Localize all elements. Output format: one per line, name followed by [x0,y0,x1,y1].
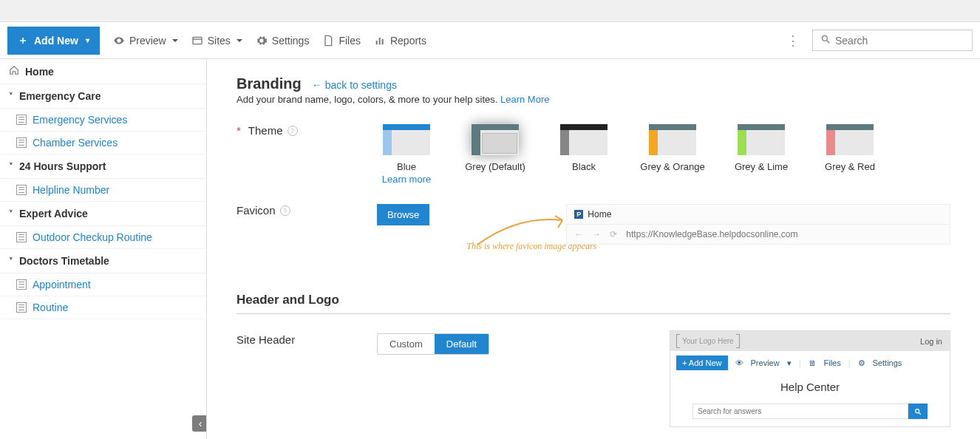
browse-button[interactable]: Browse [377,204,429,225]
sidebar-category-24-hours[interactable]: ˅ 24 Hours Support [0,154,206,179]
sidebar-item-outdoor-checkup[interactable]: Outdoor Checkup Routine [0,226,206,249]
sidebar: Home ˅ Emergency Care Emergency Services… [0,59,207,439]
theme-grey-red[interactable]: Grey & Red [820,124,879,185]
svg-rect-0 [193,37,202,44]
preview-label: Preview [129,35,166,47]
favicon-icon: P [574,210,583,219]
preview-settings-label: Settings [873,358,902,367]
chevron-down-icon: ˅ [9,92,13,101]
settings-menu[interactable]: Settings [256,35,310,47]
theme-black[interactable]: Black [554,124,613,185]
theme-grey-orange[interactable]: Grey & Orange [643,124,702,185]
reports-menu[interactable]: Reports [374,35,426,47]
svg-rect-2 [376,41,378,44]
page-icon [16,185,27,195]
url-text: https://KnowledgeBase.helpdocsonline.com [626,229,797,239]
files-menu[interactable]: Files [322,35,361,47]
sidebar-item-appointment[interactable]: Appointment [0,273,206,296]
favicon-demo: This is where favicon image appears P Ho… [459,204,950,263]
svg-point-7 [916,409,919,412]
svg-line-8 [919,412,921,415]
tab-label: Home [588,209,611,220]
category-label: Expert Advice [19,208,88,220]
seg-custom[interactable]: Custom [378,334,435,354]
sites-label: Sites [208,35,231,47]
add-new-label: Add New [34,35,78,47]
preview-logo-placeholder: Your Logo Here [678,336,738,347]
browser-mock: P Home ← → ⟳ https://KnowledgeBase.helpd… [566,204,950,245]
gear-icon [256,35,268,47]
item-label: Chamber Services [33,137,118,149]
sites-menu[interactable]: Sites [191,35,242,47]
seg-default[interactable]: Default [435,334,489,354]
chevron-down-icon: ˅ [9,256,13,266]
reload-icon: ⟳ [610,229,617,239]
required-icon: * [237,124,241,137]
back-to-settings-link[interactable]: ← back to settings [312,79,397,91]
search-box[interactable] [812,30,973,51]
sidebar-item-emergency-services[interactable]: Emergency Services [0,109,206,132]
theme-list: Blue Learn more Grey (Default) Black Gre… [377,124,879,185]
site-header-label: Site Header [237,333,347,346]
learn-more-link[interactable]: Learn More [500,94,549,105]
settings-label: Settings [272,35,310,47]
favicon-label: Favicon ? [237,204,347,217]
theme-grey-default[interactable]: Grey (Default) [466,124,525,185]
files-label: Files [338,35,361,47]
plus-icon: ＋ [18,34,28,47]
page-icon [16,302,27,313]
sidebar-category-expert-advice[interactable]: ˅ Expert Advice [0,202,206,226]
help-icon[interactable]: ? [280,205,290,216]
window-top-bar [0,0,980,22]
reports-label: Reports [390,35,426,47]
sidebar-home[interactable]: Home [0,59,206,84]
header-logo-section-title: Header and Logo [237,293,950,314]
preview-gear-icon: ⚙ [858,358,865,368]
theme-label: * Theme ? [237,124,347,137]
home-icon [9,65,19,78]
sidebar-category-emergency-care[interactable]: ˅ Emergency Care [0,84,206,109]
helpcenter-preview: Your Logo Here Log in + Add New 👁 Previe… [670,330,950,427]
preview-menu[interactable]: Preview [113,35,178,47]
item-label: Emergency Services [33,114,127,126]
help-icon[interactable]: ? [287,126,298,136]
sidebar-category-doctors-timetable[interactable]: ˅ Doctors Timetable [0,249,206,273]
preview-login: Log in [920,337,942,346]
nav-back-icon: ← [574,229,583,239]
category-label: 24 Hours Support [19,160,106,172]
search-input[interactable] [835,35,964,47]
content-area: Branding ← back to settings Add your bra… [207,59,980,439]
preview-preview-label: Preview [751,358,780,367]
theme-learn-more-link[interactable]: Learn more [382,174,431,185]
file-icon [322,35,334,47]
theme-blue[interactable]: Blue Learn more [377,124,436,185]
sidebar-item-routine[interactable]: Routine [0,296,206,319]
bar-chart-icon [374,35,386,47]
category-label: Emergency Care [19,90,101,102]
sidebar-item-chamber-services[interactable]: Chamber Services [0,132,206,154]
svg-rect-4 [382,39,384,44]
window-icon [191,35,203,47]
item-label: Helpline Number [33,184,109,196]
page-icon [16,232,27,242]
nav-fwd-icon: → [592,229,601,239]
collapse-sidebar-button[interactable]: ‹ [192,415,207,432]
item-label: Outdoor Checkup Routine [33,231,152,243]
page-subtext: Add your brand name, logo, colors, & mor… [237,94,950,105]
theme-grey-lime[interactable]: Grey & Lime [732,124,791,185]
chevron-down-icon: ˅ [9,162,13,171]
item-label: Appointment [33,279,91,290]
svg-line-6 [827,41,830,44]
kebab-menu[interactable]: ⋮ [786,33,799,49]
preview-add-new: + Add New [676,355,728,370]
preview-search-button [908,404,928,419]
add-new-button[interactable]: ＋ Add New ▾ [7,27,100,55]
preview-file-icon: 🗎 [809,358,817,367]
sidebar-item-helpline[interactable]: Helpline Number [0,179,206,202]
preview-title: Help Center [670,375,950,404]
chevron-left-icon: ‹ [199,418,203,429]
search-icon [820,34,831,47]
page-icon [16,137,27,148]
chevron-down-icon: ˅ [9,209,13,219]
item-label: Routine [33,302,68,313]
